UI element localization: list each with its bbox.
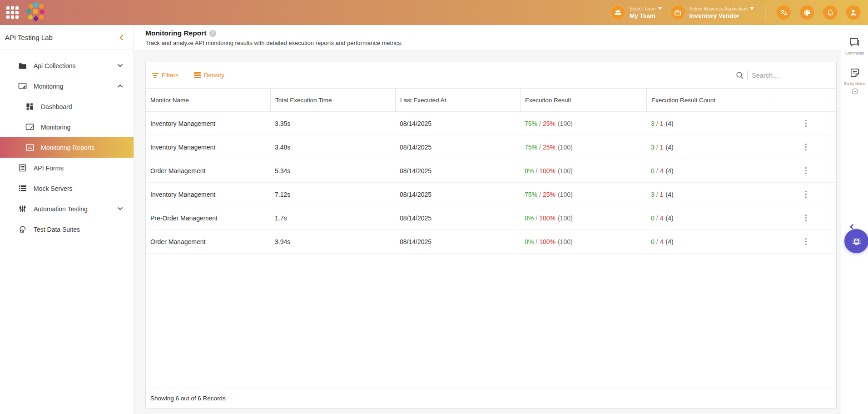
row-menu-kebab-icon[interactable]	[803, 166, 809, 175]
success-count: 0	[651, 238, 655, 245]
count-total: (4)	[665, 144, 673, 151]
filter-icon	[152, 73, 159, 78]
business-application-selector-label: Select Business Application	[689, 6, 748, 11]
notifications-bell-icon[interactable]	[823, 5, 838, 20]
cell-execution-result-count: 0/4(4)	[646, 167, 772, 175]
cell-total-execution-time: 3.48s	[270, 144, 395, 151]
cell-last-executed-at: 08/14/2025	[395, 120, 520, 127]
right-rail: Comments Sticky Notes	[841, 25, 868, 414]
success-percent: 75%	[525, 120, 537, 127]
sidebar-item-api-collections[interactable]: Api Collections	[0, 55, 134, 76]
chevron-down-circle-icon	[852, 88, 858, 95]
cell-execution-result: 75%/25%(100)	[520, 120, 646, 127]
row-menu-kebab-icon[interactable]	[803, 190, 809, 199]
table-row[interactable]: Inventory Management 3.48s 08/14/2025 75…	[146, 135, 836, 159]
cell-execution-result: 0%/100%(100)	[520, 214, 646, 222]
cell-monitor-name: Inventory Management	[146, 120, 270, 127]
cell-monitor-name: Inventory Management	[146, 144, 270, 151]
business-application-selector[interactable]: Select Business Application Inventory Ve…	[670, 5, 754, 20]
fail-count: 4	[660, 238, 664, 245]
cell-monitor-name: Order Management	[146, 167, 270, 175]
percent-total: (100)	[558, 191, 573, 198]
theme-palette-icon[interactable]	[799, 5, 814, 20]
search-box[interactable]	[736, 71, 829, 80]
sidebar-item-dashboard[interactable]: Dashboard	[0, 96, 134, 117]
column-header-execution-result: Execution Result	[520, 89, 646, 111]
left-sidebar: API Testing Lab Api Collections	[0, 25, 134, 414]
row-menu-kebab-icon[interactable]	[803, 142, 809, 152]
density-button[interactable]: Density	[194, 72, 224, 79]
page-title: Monitoring Report	[145, 29, 206, 37]
fail-percent: 100%	[539, 167, 556, 175]
help-icon[interactable]: ?	[209, 30, 216, 37]
sidebar-title: API Testing Lab	[5, 34, 53, 41]
monitoring-report-card: Filters Density	[145, 62, 837, 409]
sidebar-item-monitoring-reports[interactable]: Monitoring Reports	[0, 137, 134, 158]
success-count: 3	[651, 191, 655, 198]
language-translate-icon[interactable]	[776, 5, 791, 20]
team-icon	[610, 5, 625, 20]
assistant-widget	[841, 221, 868, 271]
bug-report-fab[interactable]	[844, 229, 868, 253]
sidebar-item-mock-servers[interactable]: Mock Servers	[0, 178, 134, 199]
fail-count: 1	[660, 191, 664, 198]
sidebar-item-monitoring[interactable]: Monitoring	[0, 76, 134, 96]
sidebar-item-automation-testing[interactable]: Automation Testing	[0, 199, 134, 219]
table-footer: Showing 6 out of 6 Records	[146, 388, 836, 408]
fail-percent: 25%	[543, 191, 556, 198]
row-menu-kebab-icon[interactable]	[803, 237, 809, 246]
filters-button[interactable]: Filters	[152, 72, 179, 79]
app-launcher-grid-icon[interactable]	[6, 6, 19, 19]
sliders-icon	[18, 205, 27, 213]
table-row[interactable]: Inventory Management 3.35s 08/14/2025 75…	[146, 112, 836, 135]
cell-execution-result-count: 3/1(4)	[646, 120, 772, 127]
comments-tool[interactable]: Comments	[845, 37, 864, 55]
table-row[interactable]: Inventory Management 7.12s 08/14/2025 75…	[146, 183, 836, 206]
search-icon	[736, 71, 744, 80]
fail-count: 4	[660, 214, 664, 222]
chevron-down-icon	[658, 7, 662, 10]
text-cursor	[748, 71, 748, 80]
success-count: 3	[651, 144, 655, 151]
success-percent: 0%	[525, 238, 534, 245]
cell-execution-result-count: 3/1(4)	[646, 191, 772, 198]
sidebar-item-test-data-suites[interactable]: Test Data Suites	[0, 219, 134, 239]
dashboard-icon	[25, 103, 34, 110]
sidebar-collapse-chevron-icon[interactable]	[119, 35, 124, 40]
row-menu-kebab-icon[interactable]	[803, 119, 809, 128]
topbar-divider	[765, 5, 765, 20]
table-row[interactable]: Pre-Order Management 1.7s 08/14/2025 0%/…	[146, 206, 836, 230]
chevron-down-icon	[118, 207, 123, 210]
cell-execution-result-count: 0/4(4)	[646, 238, 772, 245]
density-icon	[194, 72, 201, 78]
cell-last-executed-at: 08/14/2025	[395, 167, 520, 175]
brand-logo[interactable]	[25, 2, 46, 24]
row-menu-kebab-icon[interactable]	[803, 213, 809, 223]
chevron-down-icon	[750, 7, 754, 10]
cell-monitor-name: Inventory Management	[146, 191, 270, 198]
cell-execution-result: 75%/25%(100)	[520, 144, 646, 151]
percent-total: (100)	[558, 144, 573, 151]
chevron-up-icon	[118, 85, 123, 88]
monitor-icon	[18, 82, 27, 90]
sidebar-item-api-forms[interactable]: API Forms	[0, 158, 134, 178]
sticky-notes-tool[interactable]: Sticky Notes	[844, 67, 865, 95]
team-selector[interactable]: Select Team My Team	[610, 5, 662, 20]
comments-label: Comments	[845, 51, 864, 55]
search-input[interactable]	[752, 72, 829, 79]
count-total: (4)	[665, 191, 673, 198]
business-application-selector-value: Inventory Vendor	[689, 12, 754, 19]
team-selector-value: My Team	[630, 12, 662, 19]
server-stack-icon	[18, 185, 27, 192]
chevron-down-icon	[118, 64, 123, 67]
table-row[interactable]: Order Management 5.34s 08/14/2025 0%/100…	[146, 159, 836, 183]
cell-monitor-name: Order Management	[146, 238, 270, 245]
column-header-last-executed-at: Last Executed At	[395, 89, 520, 111]
success-count: 0	[651, 214, 655, 222]
column-header-monitor-name: Monitor Name	[146, 89, 270, 111]
user-profile-icon[interactable]	[846, 5, 861, 20]
main-content: Monitoring Report ? Track and analyze AP…	[134, 25, 841, 414]
table-row[interactable]: Order Management 3.94s 08/14/2025 0%/100…	[146, 230, 836, 254]
sidebar-item-monitoring-sub[interactable]: Monitoring	[0, 117, 134, 137]
count-total: (4)	[665, 167, 673, 175]
